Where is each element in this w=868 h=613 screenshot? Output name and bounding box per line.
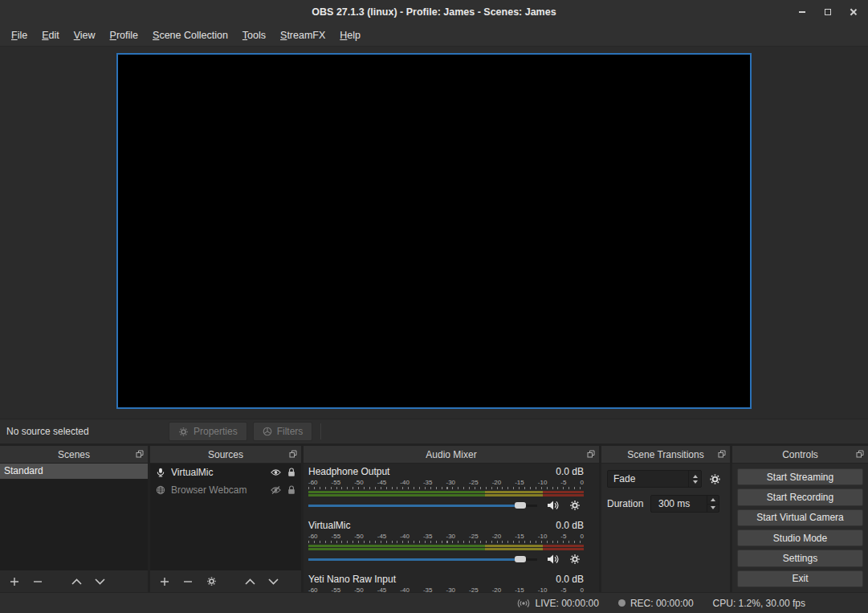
eye-icon[interactable] [271,468,281,476]
live-status: LIVE: 00:00:00 [535,598,598,609]
close-button[interactable] [847,6,860,18]
source-up-button[interactable] [242,574,257,589]
tick-label: -20 [492,533,502,540]
db-scale: -60-55-50-45-40-35-30-25-20-15-10-50 [308,586,584,592]
audio-mixer-dock: Audio Mixer Headphone Output 0.0 dB -60-… [304,446,599,592]
spinbox-arrows-icon[interactable] [707,496,719,512]
menu-edit[interactable]: Edit [35,27,67,44]
add-scene-button[interactable] [7,574,22,589]
mixer-dock-title: Audio Mixer [426,449,476,460]
tick-label: -45 [377,533,387,540]
sources-dock: Sources VirtualMic Browser Webcam [150,446,301,592]
scenes-popout-icon[interactable] [136,450,144,458]
remove-source-button[interactable] [181,574,195,589]
controls-dock-title: Controls [782,449,818,460]
lock-icon[interactable] [287,468,295,477]
scene-up-button[interactable] [69,574,84,589]
tick-label: -15 [515,586,524,592]
menu-file[interactable]: File [4,27,35,44]
live-status-group: LIVE: 00:00:00 [517,598,598,609]
filters-label: Filters [277,426,304,437]
sources-dock-title: Sources [208,449,243,460]
slider-handle[interactable] [515,556,526,562]
db-scale: -60-55-50-45-40-35-30-25-20-15-10-50 [308,533,584,540]
dock-area: Scenes Standard Sources [0,443,868,592]
slider-fill [308,505,520,507]
tick-label: -60 [308,479,318,486]
speaker-icon[interactable] [545,498,560,513]
mixer-channel-headphone-output: Headphone Output 0.0 dB -60-55-50-45-40-… [308,466,584,517]
scene-transitions-dock: Scene Transitions Fade Duration 300 ms [601,446,730,592]
source-down-button[interactable] [266,574,280,589]
scenes-dock-title: Scenes [58,449,90,460]
maximize-icon [825,9,831,15]
source-item-virtualmic[interactable]: VirtualMic [150,464,301,481]
start-recording-button[interactable]: Start Recording [737,488,863,505]
duration-spinbox[interactable]: 300 ms [650,495,719,513]
tick-label: -35 [423,533,433,540]
source-properties-gear-button[interactable] [204,574,218,589]
properties-button[interactable]: Properties [169,422,247,441]
menu-view[interactable]: View [67,27,103,44]
eye-off-icon[interactable] [271,486,281,494]
sources-popout-icon[interactable] [289,450,297,458]
obs-window: OBS 27.1.3 (linux) - Profile: James - Sc… [0,0,868,613]
scenes-list: Standard [0,464,148,570]
tick-label: -40 [400,586,410,592]
cpu-fps-stats: CPU: 1.2%, 30.00 fps [713,598,805,609]
settings-button[interactable]: Settings [737,550,863,566]
window-title: OBS 27.1.3 (linux) - Profile: James - Sc… [0,0,868,24]
source-item-browser-webcam[interactable]: Browser Webcam [150,481,301,499]
tick-label: -50 [354,479,364,486]
speaker-icon[interactable] [545,552,560,566]
tick-label: -10 [538,586,548,592]
transition-gear-button[interactable] [707,471,723,487]
mixer-channels: Headphone Output 0.0 dB -60-55-50-45-40-… [304,464,599,592]
transitions-popout-icon[interactable] [718,450,726,458]
transitions-dock-title: Scene Transitions [627,449,703,460]
minimize-button[interactable] [796,6,809,18]
globe-icon [156,485,165,495]
source-label: VirtualMic [171,467,265,478]
menu-streamfx[interactable]: StreamFX [273,27,332,44]
mixer-channel-virtualmic: VirtualMic 0.0 dB -60-55-50-45-40-35-30-… [308,520,584,570]
tick-marks [308,487,584,489]
lock-icon[interactable] [287,485,295,495]
tick-label: -25 [469,479,479,486]
volume-slider[interactable] [308,554,537,565]
menu-scene-collection[interactable]: Scene Collection [145,27,235,44]
start-virtual-camera-button[interactable]: Start Virtual Camera [737,509,863,526]
tick-label: -5 [560,586,566,592]
preview-canvas[interactable] [116,53,752,409]
filters-button[interactable]: Filters [253,422,313,441]
start-streaming-button[interactable]: Start Streaming [737,468,863,485]
remove-scene-button[interactable] [31,574,45,589]
tick-marks [308,541,584,543]
menu-profile[interactable]: Profile [103,27,145,44]
maximize-button[interactable] [821,6,834,18]
exit-button[interactable]: Exit [737,570,863,587]
tick-label: -10 [538,479,548,486]
scenes-toolbar [0,570,148,592]
mixer-popout-icon[interactable] [587,450,595,458]
channel-name: VirtualMic [308,520,350,532]
tick-label: -55 [332,479,341,486]
controls-dock: Controls Start Streaming Start Recording… [732,446,868,592]
channel-gear-icon[interactable] [568,498,582,513]
duration-value: 300 ms [658,498,690,509]
tick-label: 0 [581,586,584,592]
scene-item-standard[interactable]: Standard [0,464,148,479]
channel-gear-icon[interactable] [568,552,582,566]
studio-mode-button[interactable]: Studio Mode [737,529,863,546]
volume-slider[interactable] [308,500,537,511]
db-scale: -60-55-50-45-40-35-30-25-20-15-10-50 [308,479,584,486]
scene-down-button[interactable] [92,574,107,589]
controls-popout-icon[interactable] [856,450,864,458]
transition-select[interactable]: Fade [607,470,702,488]
channel-level: 0.0 dB [556,466,584,478]
slider-handle[interactable] [515,502,526,509]
add-source-button[interactable] [157,574,172,589]
menu-tools[interactable]: Tools [235,27,273,44]
combo-arrows-icon[interactable] [688,471,701,487]
menu-help[interactable]: Help [332,27,368,44]
